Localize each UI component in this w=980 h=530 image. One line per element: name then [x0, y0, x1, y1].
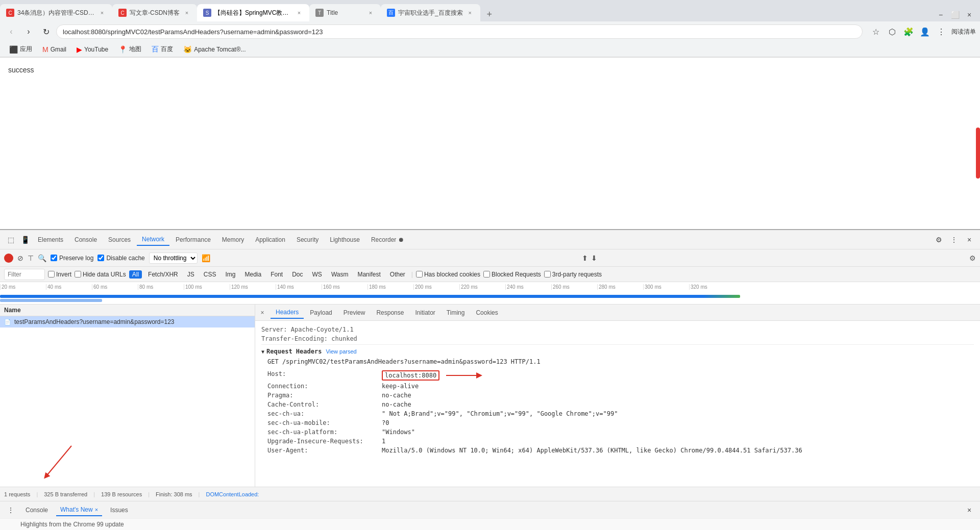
tomcat-icon: 🐱 — [183, 45, 192, 54]
account-icon[interactable]: 👤 — [918, 24, 932, 39]
bookmark-tomcat[interactable]: 🐱 Apache Tomcat®... — [179, 44, 250, 55]
tab-close-1[interactable]: × — [98, 9, 106, 17]
tab-bar: C 34条消息）内容管理-CSDN博客 × C 写文章-CSDN博客 × S 【… — [0, 0, 980, 21]
apps-icon: ⬛ — [9, 45, 18, 54]
tab-csdn-content[interactable]: C 34条消息）内容管理-CSDN博客 × — [0, 4, 112, 21]
bookmarks-icon[interactable]: ☆ — [869, 24, 883, 39]
tab-title-tab[interactable]: T Title × — [309, 4, 381, 21]
tab-springmvc[interactable]: S 【尚硅谷】SpringMVC教程I — × — [197, 4, 309, 21]
youtube-icon: ▶ — [77, 45, 82, 54]
restore-button[interactable]: ⬜ — [948, 8, 962, 21]
reload-button[interactable]: ↻ — [39, 24, 53, 39]
new-tab-button[interactable]: + — [482, 7, 497, 21]
tab-title-5: 宇宙职业选手_百度搜索 — [398, 9, 463, 17]
tab-title-2: 写文章-CSDN博客 — [130, 9, 180, 17]
toolbar-icons: ☆ ⬡ 🧩 👤 ⋮ — [869, 24, 948, 39]
gmail-icon: M — [42, 45, 48, 54]
baidu-icon: 百 — [152, 45, 159, 54]
bookmark-gmail[interactable]: M Gmail — [38, 44, 70, 55]
tab-title-4: Title — [327, 9, 363, 16]
tab-title-3: 【尚硅谷】SpringMVC教程I — — [214, 9, 292, 17]
maps-icon: 📍 — [118, 45, 127, 54]
tab-title-1: 34条消息）内容管理-CSDN博客 — [17, 9, 95, 17]
forward-button[interactable]: › — [21, 24, 36, 39]
page-success-text: success — [8, 66, 972, 74]
tab-favicon-4: T — [315, 9, 324, 17]
page-content: success — [0, 58, 980, 144]
tab-close-3[interactable]: × — [295, 9, 303, 17]
cast-icon[interactable]: ⬡ — [885, 24, 899, 39]
back-button[interactable]: ‹ — [4, 24, 18, 39]
bookmark-baidu-label: 百度 — [161, 45, 173, 54]
tab-close-4[interactable]: × — [366, 9, 375, 17]
bookmark-youtube[interactable]: ▶ YouTube — [72, 44, 112, 55]
close-button[interactable]: × — [963, 8, 976, 21]
menu-icon[interactable]: ⋮ — [934, 24, 948, 39]
bookmarks-bar: ⬛ 应用 M Gmail ▶ YouTube 📍 地图 百 百度 🐱 Apach… — [0, 42, 980, 57]
tab-baidu-search[interactable]: 百 宇宙职业选手_百度搜索 × — [381, 4, 480, 21]
tab-favicon-3: S — [203, 9, 211, 17]
bookmark-maps[interactable]: 📍 地图 — [114, 44, 145, 55]
bookmark-baidu[interactable]: 百 百度 — [148, 44, 177, 55]
bookmark-gmail-label: Gmail — [51, 46, 66, 53]
tab-favicon-1: C — [6, 9, 14, 17]
extensions-icon[interactable]: 🧩 — [901, 24, 916, 39]
bookmark-maps-label: 地图 — [129, 45, 141, 54]
bookmark-apps[interactable]: ⬛ 应用 — [5, 44, 36, 55]
tab-close-2[interactable]: × — [183, 9, 191, 17]
tab-close-5[interactable]: × — [466, 9, 474, 17]
tab-csdn-write[interactable]: C 写文章-CSDN博客 × — [112, 4, 197, 21]
omnibox-bar: ‹ › ↻ localhost:8080/springMVC02/testPar… — [0, 21, 980, 42]
tab-favicon-2: C — [118, 9, 127, 17]
browser-chrome: C 34条消息）内容管理-CSDN博客 × C 写文章-CSDN博客 × S 【… — [0, 0, 980, 58]
address-bar[interactable]: localhost:8080/springMVC02/testParamsAnd… — [56, 24, 863, 39]
bookmark-youtube-label: YouTube — [84, 46, 108, 53]
tab-favicon-5: 百 — [387, 9, 395, 17]
scroll-indicator[interactable] — [976, 128, 980, 144]
minimize-button[interactable]: − — [934, 8, 947, 21]
bookmark-tomcat-label: Apache Tomcat®... — [194, 46, 246, 53]
read-mode-button[interactable]: 阅读清单 — [951, 28, 976, 36]
tab-controls: − ⬜ × — [934, 8, 980, 21]
bookmark-apps-label: 应用 — [20, 45, 32, 54]
